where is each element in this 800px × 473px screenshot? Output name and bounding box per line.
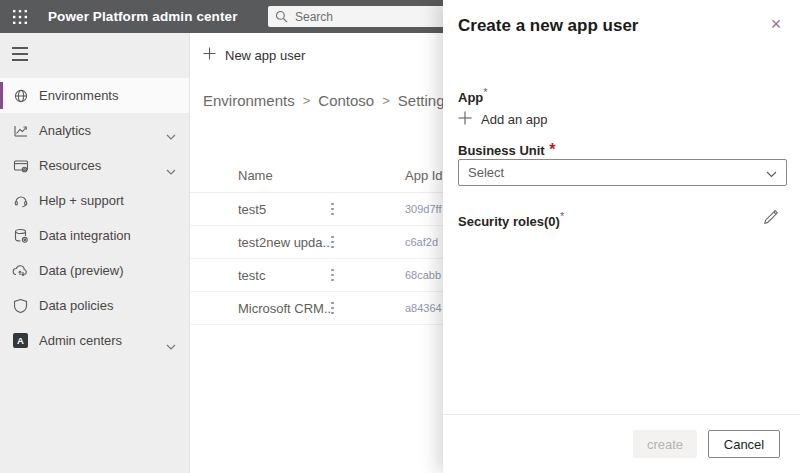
- waffle-icon: [12, 9, 28, 25]
- breadcrumb-contoso[interactable]: Contoso: [318, 92, 374, 109]
- chevron-down-icon: [766, 164, 777, 182]
- app-title: Power Platform admin center: [48, 9, 238, 24]
- required-asterisk: *: [560, 210, 564, 222]
- create-app-user-panel: Create a new app user × App* Add an app …: [443, 0, 800, 473]
- sidebar-item-data-preview[interactable]: Data (preview): [0, 253, 189, 288]
- column-header-app-id[interactable]: App Id: [405, 168, 443, 183]
- column-header-name[interactable]: Name: [238, 168, 405, 183]
- chevron-down-icon: [166, 163, 176, 178]
- security-roles-field-label: Security roles(0)*: [458, 212, 564, 230]
- more-options-icon[interactable]: [331, 236, 347, 249]
- required-asterisk: *: [483, 86, 487, 98]
- more-options-icon[interactable]: [331, 302, 347, 315]
- cell-app-id: c6af2d: [405, 236, 438, 248]
- cell-app-id: 68cabb: [405, 269, 441, 281]
- sidebar-item-label: Data policies: [39, 298, 113, 313]
- pencil-icon: [763, 209, 779, 225]
- plus-icon: [203, 47, 216, 63]
- sidebar-item-label: Data (preview): [39, 263, 124, 278]
- panel-title: Create a new app user: [458, 16, 638, 36]
- shield-icon: [12, 297, 29, 314]
- sidebar: Environments Analytics: [0, 33, 190, 473]
- headset-icon: [12, 192, 29, 209]
- sidebar-item-label: Analytics: [39, 123, 91, 138]
- breadcrumb-settings[interactable]: Setting: [398, 92, 445, 109]
- chevron-down-icon: [166, 338, 176, 353]
- breadcrumb-separator: >: [303, 93, 311, 108]
- sidebar-item-resources[interactable]: Resources: [0, 148, 189, 183]
- cell-app-id: 309d7ff: [405, 203, 442, 215]
- add-an-app-label: Add an app: [481, 112, 548, 127]
- panel-footer: create Cancel: [443, 414, 800, 473]
- sidebar-item-label: Environments: [39, 88, 118, 103]
- database-icon: [12, 227, 29, 244]
- breadcrumb-separator: >: [382, 93, 390, 108]
- admin-square-icon: A: [12, 332, 29, 349]
- breadcrumb: Environments > Contoso > Setting: [203, 92, 444, 109]
- sidebar-item-label: Help + support: [39, 193, 124, 208]
- new-app-user-label: New app user: [225, 48, 305, 63]
- globe-icon: [12, 87, 29, 104]
- add-an-app-button[interactable]: Add an app: [458, 111, 548, 128]
- cloud-sync-icon: [12, 262, 29, 279]
- more-options-icon[interactable]: [331, 203, 347, 216]
- cancel-button[interactable]: Cancel: [708, 430, 780, 458]
- business-unit-selected-value: Select: [468, 165, 766, 180]
- sidebar-item-environments[interactable]: Environments: [0, 78, 189, 113]
- sidebar-item-data-policies[interactable]: Data policies: [0, 288, 189, 323]
- search-icon: [275, 10, 288, 23]
- sidebar-item-admin-centers[interactable]: A Admin centers: [0, 323, 189, 358]
- sidebar-item-data-integration[interactable]: Data integration: [0, 218, 189, 253]
- cell-name: test2new upda...: [238, 235, 331, 250]
- more-options-icon[interactable]: [331, 269, 347, 282]
- app-field-label: App*: [458, 88, 488, 106]
- cell-app-id: a84364: [405, 302, 442, 314]
- hamburger-menu-icon[interactable]: [12, 46, 32, 62]
- chart-icon: [12, 122, 29, 139]
- sidebar-item-help-support[interactable]: Help + support: [0, 183, 189, 218]
- required-asterisk: *: [549, 141, 555, 158]
- edit-security-roles-button[interactable]: [760, 206, 782, 228]
- sidebar-item-label: Data integration: [39, 228, 131, 243]
- resources-icon: [12, 157, 29, 174]
- sidebar-item-label: Resources: [39, 158, 101, 173]
- business-unit-field-label: Business Unit *: [458, 141, 555, 159]
- create-button[interactable]: create: [633, 430, 697, 458]
- sidebar-item-label: Admin centers: [39, 333, 122, 348]
- new-app-user-button[interactable]: New app user: [203, 47, 305, 63]
- plus-icon: [458, 111, 472, 128]
- cell-name: test5: [238, 202, 331, 217]
- cell-name: testc: [238, 268, 331, 283]
- business-unit-select[interactable]: Select: [458, 159, 787, 186]
- power-platform-admin-center: Power Platform admin center Environments: [0, 0, 800, 473]
- cell-name: Microsoft CRM...: [238, 301, 331, 316]
- sidebar-nav: Environments Analytics: [0, 78, 189, 358]
- sidebar-item-analytics[interactable]: Analytics: [0, 113, 189, 148]
- close-icon[interactable]: ×: [764, 12, 788, 36]
- breadcrumb-environments[interactable]: Environments: [203, 92, 295, 109]
- app-launcher-waffle-icon[interactable]: [0, 0, 40, 33]
- chevron-down-icon: [166, 128, 176, 143]
